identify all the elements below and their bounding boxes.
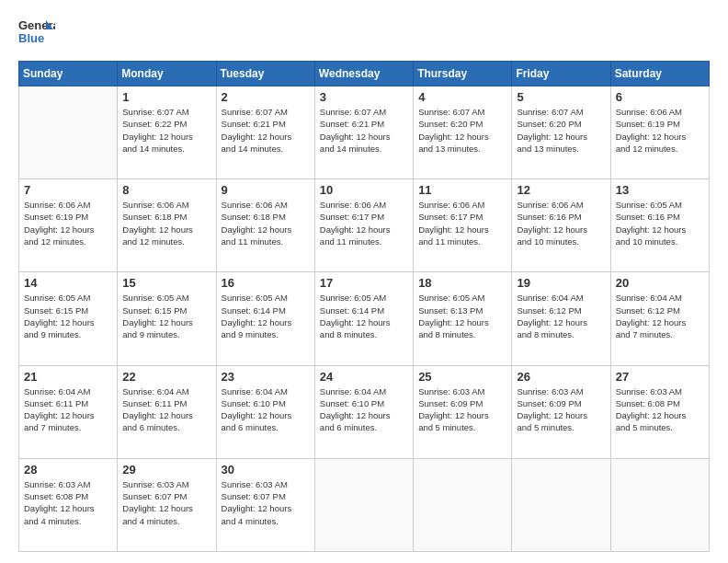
calendar-cell: 6Sunrise: 6:06 AM Sunset: 6:19 PM Daylig… [610, 86, 709, 179]
calendar-cell [414, 458, 512, 551]
logo: General Blue [18, 15, 55, 52]
day-number: 27 [616, 370, 704, 384]
calendar-week-row: 28Sunrise: 6:03 AM Sunset: 6:08 PM Dayli… [19, 458, 710, 551]
calendar-cell [314, 458, 413, 551]
day-number: 26 [517, 370, 605, 384]
calendar-cell: 28Sunrise: 6:03 AM Sunset: 6:08 PM Dayli… [19, 458, 118, 551]
day-number: 20 [616, 276, 704, 290]
day-number: 3 [320, 90, 408, 104]
day-detail: Sunrise: 6:03 AM Sunset: 6:08 PM Dayligh… [24, 478, 112, 527]
calendar-cell: 15Sunrise: 6:05 AM Sunset: 6:15 PM Dayli… [118, 272, 216, 365]
calendar-table: SundayMondayTuesdayWednesdayThursdayFrid… [18, 61, 710, 552]
calendar-week-row: 1Sunrise: 6:07 AM Sunset: 6:22 PM Daylig… [19, 86, 710, 179]
day-detail: Sunrise: 6:04 AM Sunset: 6:10 PM Dayligh… [222, 385, 310, 434]
day-number: 15 [122, 276, 210, 290]
day-detail: Sunrise: 6:03 AM Sunset: 6:09 PM Dayligh… [418, 385, 506, 434]
day-number: 14 [24, 276, 112, 290]
day-number: 21 [24, 370, 112, 384]
weekday-header-wednesday: Wednesday [314, 62, 413, 86]
day-number: 28 [24, 463, 112, 477]
day-detail: Sunrise: 6:07 AM Sunset: 6:21 PM Dayligh… [320, 106, 408, 155]
logo-svg: General Blue [18, 15, 55, 52]
calendar-cell: 1Sunrise: 6:07 AM Sunset: 6:22 PM Daylig… [118, 86, 216, 179]
calendar-cell: 9Sunrise: 6:06 AM Sunset: 6:18 PM Daylig… [216, 179, 314, 272]
day-number: 11 [418, 183, 506, 197]
calendar-cell: 7Sunrise: 6:06 AM Sunset: 6:19 PM Daylig… [19, 179, 118, 272]
day-number: 13 [616, 183, 704, 197]
calendar-cell: 29Sunrise: 6:03 AM Sunset: 6:07 PM Dayli… [118, 458, 216, 551]
day-number: 12 [517, 183, 605, 197]
day-number: 22 [122, 370, 210, 384]
day-detail: Sunrise: 6:07 AM Sunset: 6:21 PM Dayligh… [222, 106, 310, 155]
calendar-cell [610, 458, 709, 551]
day-detail: Sunrise: 6:04 AM Sunset: 6:12 PM Dayligh… [517, 292, 605, 340]
day-number: 8 [122, 183, 210, 197]
day-detail: Sunrise: 6:04 AM Sunset: 6:11 PM Dayligh… [122, 385, 210, 434]
calendar-cell: 10Sunrise: 6:06 AM Sunset: 6:17 PM Dayli… [314, 179, 413, 272]
calendar-week-row: 21Sunrise: 6:04 AM Sunset: 6:11 PM Dayli… [19, 365, 710, 458]
calendar-cell: 2Sunrise: 6:07 AM Sunset: 6:21 PM Daylig… [216, 86, 314, 179]
day-detail: Sunrise: 6:04 AM Sunset: 6:11 PM Dayligh… [24, 385, 112, 434]
calendar-week-row: 14Sunrise: 6:05 AM Sunset: 6:15 PM Dayli… [19, 272, 710, 365]
day-detail: Sunrise: 6:07 AM Sunset: 6:20 PM Dayligh… [517, 106, 605, 155]
day-number: 1 [122, 90, 210, 104]
day-detail: Sunrise: 6:07 AM Sunset: 6:22 PM Dayligh… [122, 106, 210, 155]
day-number: 6 [616, 90, 704, 104]
svg-text:Blue: Blue [18, 31, 44, 45]
calendar-cell: 4Sunrise: 6:07 AM Sunset: 6:20 PM Daylig… [414, 86, 512, 179]
day-detail: Sunrise: 6:06 AM Sunset: 6:18 PM Dayligh… [222, 199, 310, 247]
day-detail: Sunrise: 6:06 AM Sunset: 6:17 PM Dayligh… [418, 199, 506, 247]
day-detail: Sunrise: 6:05 AM Sunset: 6:15 PM Dayligh… [24, 292, 112, 340]
day-detail: Sunrise: 6:06 AM Sunset: 6:16 PM Dayligh… [517, 199, 605, 247]
calendar-cell: 26Sunrise: 6:03 AM Sunset: 6:09 PM Dayli… [512, 365, 610, 458]
day-detail: Sunrise: 6:03 AM Sunset: 6:09 PM Dayligh… [517, 385, 605, 434]
day-detail: Sunrise: 6:05 AM Sunset: 6:14 PM Dayligh… [222, 292, 310, 340]
weekday-header-tuesday: Tuesday [216, 62, 314, 86]
calendar-cell: 18Sunrise: 6:05 AM Sunset: 6:13 PM Dayli… [414, 272, 512, 365]
day-detail: Sunrise: 6:05 AM Sunset: 6:13 PM Dayligh… [418, 292, 506, 340]
day-detail: Sunrise: 6:06 AM Sunset: 6:17 PM Dayligh… [320, 199, 408, 247]
day-number: 29 [122, 463, 210, 477]
day-detail: Sunrise: 6:04 AM Sunset: 6:10 PM Dayligh… [320, 385, 408, 434]
calendar-cell: 16Sunrise: 6:05 AM Sunset: 6:14 PM Dayli… [216, 272, 314, 365]
day-number: 24 [320, 370, 408, 384]
day-number: 5 [517, 90, 605, 104]
weekday-header-saturday: Saturday [610, 62, 709, 86]
calendar-cell: 21Sunrise: 6:04 AM Sunset: 6:11 PM Dayli… [19, 365, 118, 458]
calendar-cell [512, 458, 610, 551]
calendar-cell: 12Sunrise: 6:06 AM Sunset: 6:16 PM Dayli… [512, 179, 610, 272]
day-detail: Sunrise: 6:06 AM Sunset: 6:18 PM Dayligh… [122, 199, 210, 247]
calendar-cell: 14Sunrise: 6:05 AM Sunset: 6:15 PM Dayli… [19, 272, 118, 365]
calendar-cell: 3Sunrise: 6:07 AM Sunset: 6:21 PM Daylig… [314, 86, 413, 179]
day-number: 18 [418, 276, 506, 290]
day-detail: Sunrise: 6:05 AM Sunset: 6:15 PM Dayligh… [122, 292, 210, 340]
calendar-cell: 5Sunrise: 6:07 AM Sunset: 6:20 PM Daylig… [512, 86, 610, 179]
calendar-cell: 17Sunrise: 6:05 AM Sunset: 6:14 PM Dayli… [314, 272, 413, 365]
calendar-header-row: SundayMondayTuesdayWednesdayThursdayFrid… [19, 62, 710, 86]
calendar-cell [19, 86, 118, 179]
day-number: 2 [222, 90, 310, 104]
weekday-header-sunday: Sunday [19, 62, 118, 86]
day-detail: Sunrise: 6:06 AM Sunset: 6:19 PM Dayligh… [616, 106, 704, 155]
calendar-cell: 8Sunrise: 6:06 AM Sunset: 6:18 PM Daylig… [118, 179, 216, 272]
day-number: 16 [222, 276, 310, 290]
day-detail: Sunrise: 6:04 AM Sunset: 6:12 PM Dayligh… [616, 292, 704, 340]
calendar-cell: 25Sunrise: 6:03 AM Sunset: 6:09 PM Dayli… [414, 365, 512, 458]
calendar-cell: 20Sunrise: 6:04 AM Sunset: 6:12 PM Dayli… [610, 272, 709, 365]
day-number: 10 [320, 183, 408, 197]
day-number: 23 [222, 370, 310, 384]
day-number: 25 [418, 370, 506, 384]
day-detail: Sunrise: 6:03 AM Sunset: 6:07 PM Dayligh… [122, 478, 210, 527]
calendar-cell: 22Sunrise: 6:04 AM Sunset: 6:11 PM Dayli… [118, 365, 216, 458]
day-detail: Sunrise: 6:05 AM Sunset: 6:14 PM Dayligh… [320, 292, 408, 340]
calendar-cell: 27Sunrise: 6:03 AM Sunset: 6:08 PM Dayli… [610, 365, 709, 458]
day-number: 7 [24, 183, 112, 197]
day-number: 9 [222, 183, 310, 197]
calendar-cell: 24Sunrise: 6:04 AM Sunset: 6:10 PM Dayli… [314, 365, 413, 458]
day-detail: Sunrise: 6:03 AM Sunset: 6:07 PM Dayligh… [222, 478, 310, 527]
day-number: 4 [418, 90, 506, 104]
calendar-cell: 23Sunrise: 6:04 AM Sunset: 6:10 PM Dayli… [216, 365, 314, 458]
day-detail: Sunrise: 6:03 AM Sunset: 6:08 PM Dayligh… [616, 385, 704, 434]
day-number: 30 [222, 463, 310, 477]
day-number: 17 [320, 276, 408, 290]
